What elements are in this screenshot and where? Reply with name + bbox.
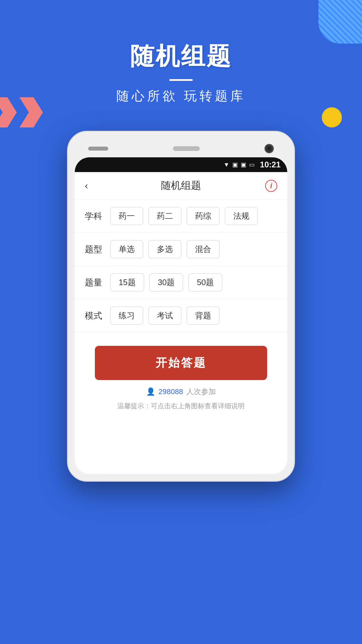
type-label: 题型	[85, 244, 105, 255]
phone-speaker	[88, 147, 108, 151]
mode-exam-btn[interactable]: 考试	[148, 307, 181, 325]
back-button[interactable]: ‹	[85, 180, 88, 191]
type-single-btn[interactable]: 单选	[110, 240, 143, 258]
subject-yaoy1-btn[interactable]: 药一	[110, 207, 143, 225]
hero-title: 随机组题	[0, 40, 362, 72]
mode-practice-btn[interactable]: 练习	[110, 307, 143, 325]
hero-subtitle: 随心所欲 玩转题库	[0, 88, 362, 105]
subject-label: 学科	[85, 210, 105, 222]
mode-recite-btn[interactable]: 背题	[187, 307, 220, 325]
subject-yaoy2-btn[interactable]: 药二	[148, 207, 181, 225]
hint-text: 温馨提示：可点击右上角图标查看详细说明	[95, 401, 267, 411]
phone-top-bar	[75, 139, 287, 157]
type-filter-row: 题型 单选 多选 混合	[75, 233, 287, 266]
participants-info: 👤 298088 人次参加	[95, 387, 267, 397]
phone-frame: ▼ ▣ ▣ ▭ 10:21 ‹ 随机组题 i 学科 药一 药二	[67, 131, 295, 482]
start-area: 开始答题 👤 298088 人次参加 温馨提示：可点击右上角图标查看详细说明	[75, 332, 287, 417]
phone-camera	[264, 144, 274, 153]
mode-label: 模式	[85, 310, 105, 322]
subject-filter-row: 学科 药一 药二 药综 法规	[75, 200, 287, 233]
participants-icon: 👤	[146, 387, 155, 396]
bg-stripes-decoration	[318, 0, 362, 44]
phone-mockup: ▼ ▣ ▣ ▭ 10:21 ‹ 随机组题 i 学科 药一 药二	[67, 131, 295, 482]
signal-icon: ▣	[232, 161, 238, 168]
subject-yaozong-btn[interactable]: 药综	[187, 207, 220, 225]
nav-bar: ‹ 随机组题 i	[75, 172, 287, 200]
hero-divider	[169, 79, 193, 81]
start-button[interactable]: 开始答题	[95, 346, 267, 380]
type-mixed-btn[interactable]: 混合	[187, 240, 220, 258]
count-50-btn[interactable]: 50题	[188, 273, 222, 291]
participants-count: 298088	[159, 387, 183, 396]
participants-suffix: 人次参加	[186, 387, 216, 397]
count-15-btn[interactable]: 15题	[110, 273, 144, 291]
status-time: 10:21	[260, 160, 281, 169]
type-multi-btn[interactable]: 多选	[148, 240, 181, 258]
mode-filter-row: 模式 练习 考试 背题	[75, 299, 287, 332]
info-button[interactable]: i	[265, 180, 277, 192]
count-label: 题量	[85, 277, 105, 288]
status-bar: ▼ ▣ ▣ ▭ 10:21	[75, 157, 287, 172]
signal2-icon: ▣	[241, 161, 246, 168]
hero-section: 随机组题 随心所欲 玩转题库	[0, 40, 362, 105]
phone-screen: ▼ ▣ ▣ ▭ 10:21 ‹ 随机组题 i 学科 药一 药二	[75, 157, 287, 474]
nav-title: 随机组题	[161, 179, 201, 193]
count-30-btn[interactable]: 30题	[149, 273, 183, 291]
count-filter-row: 题量 15题 30题 50题	[75, 266, 287, 299]
subject-fagui-btn[interactable]: 法规	[225, 207, 258, 225]
bg-circle-decoration	[322, 107, 342, 127]
wifi-icon: ▼	[224, 161, 230, 168]
phone-earpiece	[173, 146, 200, 151]
app-content: ‹ 随机组题 i 学科 药一 药二 药综 法规 题型 单选 多选 混	[75, 172, 287, 474]
battery-icon: ▭	[249, 161, 255, 168]
